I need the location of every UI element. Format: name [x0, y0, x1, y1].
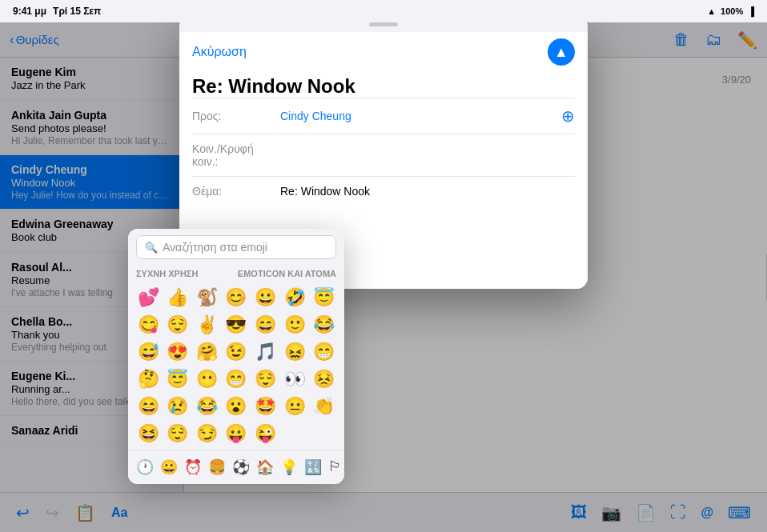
emoji-search-field[interactable]: 🔍 Αναζήτηση στα emoji — [136, 235, 336, 259]
status-time: 9:41 μμ — [13, 6, 46, 17]
emoji-cell[interactable]: 🙂 — [281, 312, 309, 338]
emoji-cell[interactable]: 😍 — [164, 339, 192, 365]
compose-subject-field: Θέμα: Re: Window Nook — [192, 176, 575, 206]
emoji-cell[interactable]: 🎵 — [251, 339, 279, 365]
emoji-cat-people[interactable]: 😀 — [157, 457, 181, 478]
emoji-cell[interactable]: 😇 — [310, 285, 338, 310]
emoji-cell[interactable]: 🤗 — [193, 339, 221, 365]
emoji-cell[interactable]: 😏 — [193, 421, 221, 446]
emoji-cat-sports[interactable]: ⚽ — [229, 457, 253, 478]
emoji-cell[interactable]: 😖 — [281, 339, 309, 365]
emoji-cell[interactable]: 😀 — [251, 285, 279, 310]
emoji-cat-flags[interactable]: 🏳 — [325, 457, 344, 478]
compose-header: Ακύρωση ▲ Re: Window Nook Προς: Cindy Ch… — [179, 32, 588, 215]
compose-email-title: Re: Window Nook — [192, 75, 575, 98]
emoji-cat-objects[interactable]: 💡 — [277, 457, 301, 478]
emoji-cell[interactable]: 😁 — [310, 339, 338, 365]
wifi-icon: ▲ — [707, 6, 716, 16]
search-icon: 🔍 — [145, 242, 158, 254]
emoji-cell[interactable]: 😂 — [193, 394, 221, 419]
emoji-cat-recent[interactable]: 🕐 — [133, 457, 157, 478]
emoji-picker: 🔍 Αναζήτηση στα emoji ΣΥΧΝΗ ΧΡΗΣΗ EMOTIC… — [128, 229, 344, 484]
emoji-cell[interactable]: 😌 — [164, 421, 192, 446]
cc-label: Κοιν./Κρυφή κοιν.: — [192, 142, 280, 168]
emoji-cell[interactable]: 😶 — [193, 366, 221, 392]
emoji-cat-symbols[interactable]: 🔣 — [301, 457, 325, 478]
emoji-cell[interactable]: 🤩 — [251, 394, 279, 419]
emoji-cell[interactable]: 😂 — [310, 312, 338, 338]
emoji-cell[interactable]: 😐 — [281, 394, 309, 419]
emoji-cat-places[interactable]: 🏠 — [253, 457, 277, 478]
emoji-cell[interactable]: 👏 — [310, 394, 338, 419]
status-bar: 9:41 μμ Τρί 15 Σεπ ▲ 100% ▐ — [0, 0, 767, 22]
emoji-cell[interactable]: 😁 — [223, 366, 251, 392]
emoji-cell[interactable]: 😄 — [251, 312, 279, 338]
add-recipient-button[interactable]: ⊕ — [561, 106, 575, 126]
to-value[interactable]: Cindy Cheung — [280, 110, 561, 122]
emoji-cat-clock[interactable]: ⏰ — [181, 457, 205, 478]
emoji-cell[interactable]: 👀 — [281, 366, 309, 392]
compose-title-row: Ακύρωση ▲ — [192, 32, 575, 72]
emoji-cell[interactable]: 🤔 — [135, 366, 163, 392]
emoji-cell[interactable]: 🤣 — [281, 285, 309, 310]
subject-value[interactable]: Re: Window Nook — [280, 185, 575, 198]
emoji-cell[interactable]: ✌️ — [193, 312, 221, 338]
emoji-cat-food[interactable]: 🍔 — [205, 457, 229, 478]
cancel-button[interactable]: Ακύρωση — [192, 45, 247, 59]
emoji-cell[interactable]: 😅 — [135, 339, 163, 365]
emoji-cell[interactable]: 💕 — [135, 285, 163, 310]
compose-to-field: Προς: Cindy Cheung ⊕ — [192, 98, 575, 134]
emoji-categories: 🕐 😀 ⏰ 🍔 ⚽ 🏠 💡 🔣 🏳 — [128, 450, 344, 484]
emoji-cell[interactable]: 😮 — [223, 394, 251, 419]
send-button[interactable]: ▲ — [548, 38, 575, 66]
emoji-grid: 💕 👍 🐒 😊 😀 🤣 😇 😋 😌 ✌️ 😎 😄 🙂 😂 😅 😍 🤗 😉 🎵 😖… — [128, 282, 344, 450]
drag-pill — [369, 22, 398, 26]
emoji-cell[interactable]: 😎 — [223, 312, 251, 338]
emoji-search-placeholder: Αναζήτηση στα emoji — [163, 241, 267, 254]
emoji-section-labels: ΣΥΧΝΗ ΧΡΗΣΗ EMOTICON ΚΑΙ ΑΤΟΜΑ — [128, 266, 344, 282]
battery-icon: ▐ — [748, 6, 754, 16]
to-label: Προς: — [192, 110, 280, 122]
emoji-cell[interactable]: 😌 — [164, 312, 192, 338]
subject-label: Θέμα: — [192, 185, 280, 198]
emoji-cell[interactable]: 😌 — [251, 366, 279, 392]
battery-level: 100% — [721, 6, 743, 16]
emoji-cell[interactable]: 🐒 — [193, 285, 221, 310]
compose-overlay: Ακύρωση ▲ Re: Window Nook Προς: Cindy Ch… — [0, 0, 767, 532]
emoji-search-area: 🔍 Αναζήτηση στα emoji — [128, 229, 344, 266]
emoji-cell[interactable]: 😆 — [135, 421, 163, 446]
emoji-cell[interactable]: 😋 — [135, 312, 163, 338]
frequent-label: ΣΥΧΝΗ ΧΡΗΣΗ — [136, 269, 198, 278]
emoji-cell[interactable]: 😜 — [251, 421, 279, 446]
emoji-cell[interactable]: 😛 — [223, 421, 251, 446]
emoji-cell[interactable]: 😄 — [135, 394, 163, 419]
status-day: Τρί 15 Σεπ — [53, 6, 101, 17]
emoji-cell[interactable]: 😇 — [164, 366, 192, 392]
emoji-cell[interactable]: 👍 — [164, 285, 192, 310]
people-label: EMOTICON ΚΑΙ ΑΤΟΜΑ — [238, 269, 336, 278]
emoji-cell[interactable]: 😣 — [310, 366, 338, 392]
emoji-cell[interactable]: 😊 — [223, 285, 251, 310]
compose-cc-field: Κοιν./Κρυφή κοιν.: — [192, 134, 575, 176]
emoji-cell[interactable]: 😢 — [164, 394, 192, 419]
emoji-cell[interactable]: 😉 — [223, 339, 251, 365]
